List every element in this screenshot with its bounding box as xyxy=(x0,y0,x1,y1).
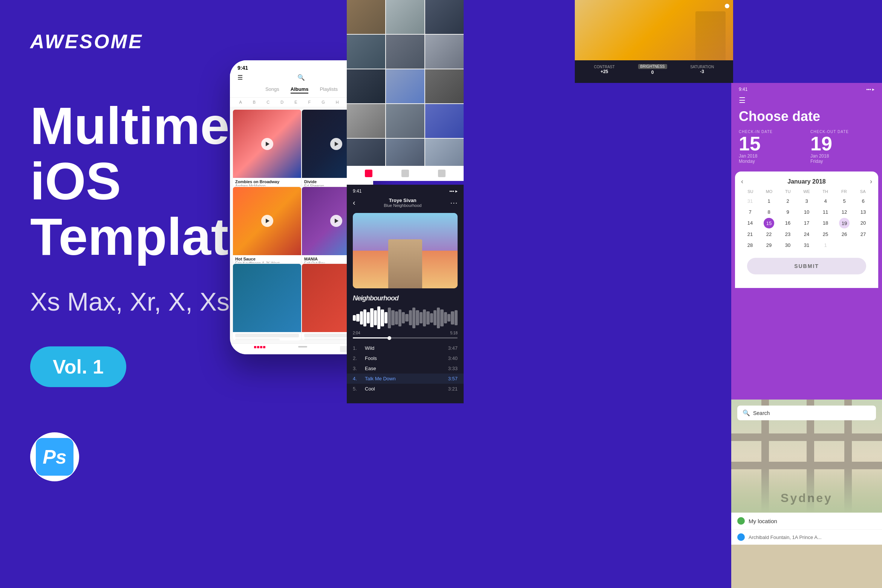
album-hotsauce[interactable]: Hot Sauce Eric Kauffmann & JK West xyxy=(233,187,301,263)
cal-day-28[interactable]: 28 xyxy=(741,240,759,250)
track-num-2: 2. xyxy=(353,355,360,361)
hamburger-icon[interactable]: ☰ xyxy=(237,74,243,81)
photo-cell-1[interactable] xyxy=(347,0,385,34)
wave-bar-5 xyxy=(370,308,373,327)
checkout-month: Jan 2018 xyxy=(810,153,874,159)
photo-cell-12[interactable] xyxy=(425,104,464,138)
photo-cell-5[interactable] xyxy=(386,35,424,69)
photo-cell-8[interactable] xyxy=(386,69,424,103)
cal-day-18[interactable]: 18 xyxy=(816,218,835,228)
brightness-value[interactable]: 0 xyxy=(638,70,667,75)
cal-day-26[interactable]: 26 xyxy=(835,229,853,239)
album-extra1[interactable] xyxy=(233,264,301,340)
cal-day-2[interactable]: 2 xyxy=(779,196,797,206)
cal-day-3[interactable]: 3 xyxy=(798,196,816,206)
cal-day-17[interactable]: 17 xyxy=(798,218,816,228)
search-icon[interactable]: 🔍 xyxy=(297,74,305,81)
photo-grid-bottom-bar xyxy=(347,166,464,181)
player-timestamps: 2:04 5:18 xyxy=(347,331,464,335)
wave-bar-24 xyxy=(437,308,440,328)
track-name-3: Ease xyxy=(365,366,444,371)
cal-day-7[interactable]: 7 xyxy=(741,207,759,217)
calendar-title: Choose date xyxy=(739,109,874,124)
cal-day-5[interactable]: 5 xyxy=(835,196,853,206)
album-zombies[interactable]: Zombies on Broadway Andrew McMahon xyxy=(233,110,301,186)
track-name-1: Wild xyxy=(365,345,444,351)
tab-playlists[interactable]: Playlists xyxy=(320,86,338,93)
cal-day-11[interactable]: 11 xyxy=(816,207,835,217)
grid-2x2-icon[interactable] xyxy=(365,170,372,177)
cal-day-15[interactable]: 15 xyxy=(764,218,774,228)
cal-day-14[interactable]: 14 xyxy=(741,218,759,228)
track-item-4[interactable]: 4. Talk Me Down 3:57 xyxy=(347,374,464,384)
cal-day-27[interactable]: 27 xyxy=(854,229,872,239)
photo-cell-3[interactable] xyxy=(425,0,464,34)
photo-edit-preview xyxy=(575,0,733,60)
volume-badge[interactable]: Vol. 1 xyxy=(30,346,126,387)
tab-albums[interactable]: Albums xyxy=(291,86,309,93)
submit-button[interactable]: SUBMIT xyxy=(747,258,866,274)
cal-day-9[interactable]: 9 xyxy=(779,207,797,217)
cal-day-8[interactable]: 8 xyxy=(760,207,778,217)
cal-day-6[interactable]: 6 xyxy=(854,196,872,206)
cal-day-20[interactable]: 20 xyxy=(854,218,872,228)
calendar-menu-icon[interactable]: ☰ xyxy=(739,96,874,105)
cal-day-10[interactable]: 10 xyxy=(798,207,816,217)
checkout-day: 19 xyxy=(810,134,874,153)
photo-cell-9[interactable] xyxy=(425,69,464,103)
track-item-5[interactable]: 5. Cool 3:21 xyxy=(347,384,464,394)
saturation-value[interactable]: -3 xyxy=(690,69,714,74)
cal-day-25[interactable]: 25 xyxy=(816,229,835,239)
cal-day-24[interactable]: 24 xyxy=(798,229,816,239)
checkin-month: Jan 2018 xyxy=(739,153,803,159)
cal-day-next-1[interactable]: 1 xyxy=(816,240,835,250)
photo-cell-7[interactable] xyxy=(347,69,385,103)
cal-day-16[interactable]: 16 xyxy=(779,218,797,228)
contrast-value[interactable]: +25 xyxy=(594,69,615,74)
cal-day-31b[interactable]: 31 xyxy=(798,240,816,250)
cal-day-30[interactable]: 30 xyxy=(779,240,797,250)
photo-cell-10[interactable] xyxy=(347,104,385,138)
list-layout-icon[interactable] xyxy=(438,170,446,177)
cal-day-29[interactable]: 29 xyxy=(760,240,778,250)
cal-day-21[interactable]: 21 xyxy=(741,229,759,239)
grid-1x1-icon[interactable] xyxy=(401,170,409,177)
search-icon: 🔍 xyxy=(743,409,750,416)
calendar-header: ☰ Choose date CHECK-IN DATE 15 Jan 2018 … xyxy=(731,94,882,168)
cal-day-12[interactable]: 12 xyxy=(835,207,853,217)
photo-cell-2[interactable] xyxy=(386,0,424,34)
track-item-1[interactable]: 1. Wild 3:47 xyxy=(347,343,464,353)
back-arrow-icon[interactable]: ‹ xyxy=(353,198,355,207)
map-background: Sydney 🔍 Search xyxy=(731,400,882,513)
cal-day-1[interactable]: 1 xyxy=(760,196,778,206)
cal-day-13[interactable]: 13 xyxy=(854,207,872,217)
player-more-icon[interactable]: ⋯ xyxy=(450,198,458,207)
cal-next-icon[interactable]: › xyxy=(870,178,872,185)
track-item-3[interactable]: 3. Ease 3:33 xyxy=(347,363,464,374)
tab-songs[interactable]: Songs xyxy=(265,86,279,93)
map-location-row[interactable]: My location xyxy=(731,513,882,529)
wave-bar-26 xyxy=(444,312,447,323)
photo-cell-6[interactable] xyxy=(425,35,464,69)
cal-day-22[interactable]: 22 xyxy=(760,229,778,239)
cal-day-23[interactable]: 23 xyxy=(779,229,797,239)
edit-controls: CONTRAST +25 BRIGHTNESS 0 SATURATION -3 xyxy=(575,60,733,79)
map-result-row[interactable]: Archibald Fountain, 1A Prince A... xyxy=(731,529,882,545)
cal-prev-icon[interactable]: ‹ xyxy=(741,178,743,185)
cal-day-4[interactable]: 4 xyxy=(816,196,835,206)
result-dot-icon xyxy=(737,533,745,541)
cal-day-31[interactable]: 31 xyxy=(741,196,759,206)
map-search-bar[interactable]: 🔍 Search xyxy=(737,406,876,420)
ps-icon: Ps xyxy=(30,432,79,481)
player-scrubber[interactable] xyxy=(353,337,458,338)
track-num-4: 4. xyxy=(353,376,360,381)
list-view-icon[interactable] xyxy=(298,346,307,352)
player-current-time: 2:04 xyxy=(353,331,360,335)
track-item-2[interactable]: 2. Fools 3:40 xyxy=(347,353,464,363)
phone1-time: 9:41 xyxy=(237,65,248,71)
grid-view-icon[interactable] xyxy=(254,346,265,352)
cal-day-19[interactable]: 19 xyxy=(839,218,850,228)
photo-cell-4[interactable] xyxy=(347,35,385,69)
photo-cell-11[interactable] xyxy=(386,104,424,138)
ps-label: Ps xyxy=(36,438,74,476)
